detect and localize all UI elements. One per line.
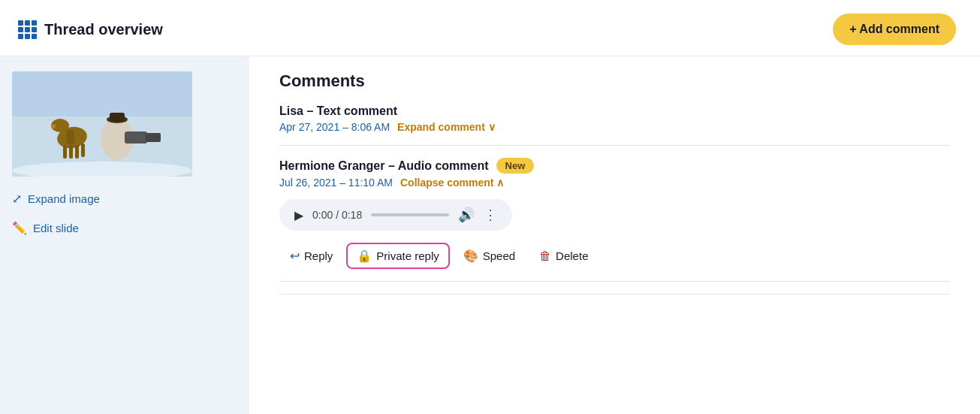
sidebar: ⤢ Expand image ✏️ Edit slide [0, 56, 249, 414]
comments-title: Comments [279, 71, 950, 91]
comment-meta-hermione: Jul 26, 2021 – 11:10 AM Collapse comment… [279, 177, 950, 189]
expand-comment-link-lisa[interactable]: Expand comment ∨ [397, 121, 496, 133]
comments-panel: Comments Lisa – Text comment Apr 27, 202… [249, 56, 980, 414]
expand-icon: ⤢ [12, 192, 22, 206]
play-button[interactable]: ▶ [294, 208, 303, 222]
svg-rect-13 [81, 144, 85, 157]
comment-header-hermione: Hermione Granger – Audio comment New [279, 158, 950, 174]
svg-rect-7 [146, 133, 161, 142]
reply-button[interactable]: ↩ Reply [279, 243, 343, 269]
slide-thumbnail [12, 71, 192, 177]
comment-date-lisa: Apr 27, 2021 – 8:06 AM [279, 121, 390, 133]
svg-rect-10 [63, 145, 67, 159]
top-bar: Thread overview + Add comment [0, 0, 980, 56]
private-reply-button[interactable]: 🔒 Private reply [346, 243, 449, 269]
svg-rect-9 [66, 129, 75, 145]
comment-author-hermione: Hermione Granger – Audio comment [279, 159, 489, 173]
comment-item-lisa: Lisa – Text comment Apr 27, 2021 – 8:06 … [279, 104, 950, 146]
grid-icon [18, 20, 37, 39]
main-layout: ⤢ Expand image ✏️ Edit slide Comments Li… [0, 56, 980, 414]
top-bar-left: Thread overview [18, 20, 163, 39]
svg-point-15 [51, 124, 56, 128]
expand-image-label: Expand image [28, 192, 100, 205]
trash-icon: 🗑 [539, 249, 551, 263]
new-badge: New [496, 158, 535, 174]
comment-header-lisa: Lisa – Text comment [279, 104, 950, 118]
thread-overview-title: Thread overview [44, 21, 163, 38]
volume-icon[interactable]: 🔊 [458, 207, 475, 223]
lock-icon: 🔒 [357, 249, 372, 263]
speed-button[interactable]: 🎨 Speed [453, 243, 526, 269]
collapse-comment-link-hermione[interactable]: Collapse comment ∧ [400, 177, 504, 189]
reply-icon: ↩ [290, 249, 300, 263]
svg-rect-5 [110, 113, 125, 122]
audio-player: ▶ 0:00 / 0:18 🔊 ⋮ [279, 199, 512, 231]
bottom-divider [279, 294, 950, 295]
edit-slide-action[interactable]: ✏️ Edit slide [12, 221, 237, 235]
comment-author-lisa: Lisa – Text comment [279, 104, 397, 118]
audio-current-time: 0:00 / 0:18 [312, 209, 362, 221]
audio-progress-bar[interactable] [371, 213, 449, 216]
pencil-icon: ✏️ [12, 221, 27, 235]
comment-meta-lisa: Apr 27, 2021 – 8:06 AM Expand comment ∨ [279, 121, 950, 133]
expand-image-action[interactable]: ⤢ Expand image [12, 192, 237, 206]
comment-item-hermione: Hermione Granger – Audio comment New Jul… [279, 158, 950, 282]
chevron-up-icon: ∧ [496, 177, 504, 189]
svg-rect-12 [75, 145, 79, 159]
delete-button[interactable]: 🗑 Delete [529, 243, 599, 269]
svg-rect-11 [69, 145, 73, 159]
comment-date-hermione: Jul 26, 2021 – 11:10 AM [279, 177, 393, 189]
chevron-down-icon: ∨ [488, 121, 496, 133]
more-options-icon[interactable]: ⋮ [484, 207, 497, 223]
add-comment-button[interactable]: + Add comment [833, 14, 956, 45]
edit-slide-label: Edit slide [33, 222, 79, 234]
action-buttons: ↩ Reply 🔒 Private reply 🎨 Speed 🗑 Delete [279, 243, 950, 269]
svg-rect-6 [125, 131, 147, 144]
speed-icon: 🎨 [463, 249, 478, 263]
